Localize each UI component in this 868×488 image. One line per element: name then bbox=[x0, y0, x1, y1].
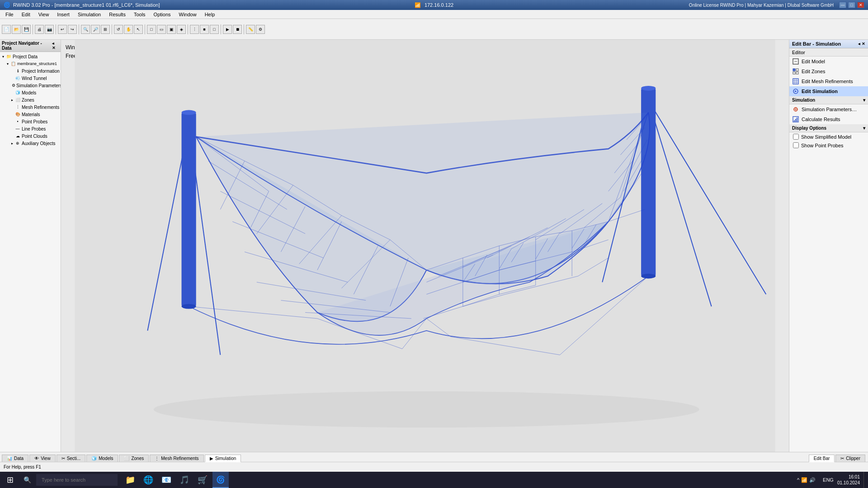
show-point-probes-checkbox[interactable] bbox=[793, 142, 799, 148]
tree-materials[interactable]: ▸ 🎨 Materials bbox=[0, 111, 61, 118]
tab-view[interactable]: 👁 View bbox=[29, 455, 56, 462]
tab-data-icon: 📊 bbox=[7, 456, 12, 461]
toolbar-undo[interactable]: ↩ bbox=[58, 25, 67, 34]
tree-sim-params[interactable]: ▸ ⚙ Simulation Parameters bbox=[0, 82, 61, 89]
simulation-collapse-icon[interactable]: ▾ bbox=[863, 98, 865, 103]
toolbar-iso[interactable]: ◈ bbox=[177, 25, 186, 34]
tree-project-info[interactable]: ▸ ℹ Project Information bbox=[0, 67, 61, 75]
taskbar-rwind[interactable]: 🌀 bbox=[212, 472, 229, 488]
tree-zones[interactable]: ▸ ⬜ Zones bbox=[0, 96, 61, 103]
taskbar-media[interactable]: 🎵 bbox=[176, 472, 193, 488]
taskbar-edge[interactable]: 🌐 bbox=[140, 472, 156, 488]
toolbar-wire[interactable]: □ bbox=[210, 25, 219, 34]
tab-models-label: Models bbox=[99, 456, 113, 461]
maximize-button[interactable]: □ bbox=[848, 2, 855, 8]
taskbar-store[interactable]: 🛒 bbox=[194, 472, 211, 488]
show-point-probes-item[interactable]: Show Point Probes bbox=[789, 141, 868, 150]
tab-simulation[interactable]: ▶ Simulation bbox=[205, 455, 241, 462]
svg-rect-95 bbox=[796, 69, 798, 71]
menu-tools[interactable]: Tools bbox=[130, 11, 149, 18]
menu-file[interactable]: File bbox=[2, 11, 17, 18]
toolbar-fit[interactable]: ⊞ bbox=[101, 25, 110, 34]
toolbar-play[interactable]: ▶ bbox=[223, 25, 232, 34]
toolbar-redo[interactable]: ↪ bbox=[68, 25, 77, 34]
tree-models[interactable]: ▸ 🧊 Models bbox=[0, 89, 61, 96]
edit-model-item[interactable]: Edit Model bbox=[789, 56, 868, 66]
toolbar-select[interactable]: ↖ bbox=[134, 25, 143, 34]
taskbar-mail[interactable]: 📧 bbox=[158, 472, 175, 488]
tab-section[interactable]: ✂ Secti... bbox=[57, 455, 86, 462]
minimize-button[interactable]: — bbox=[839, 2, 846, 8]
menu-simulation[interactable]: Simulation bbox=[74, 11, 104, 18]
tab-zones[interactable]: ⬜ Zones bbox=[119, 455, 149, 462]
tree-membrane[interactable]: ▾ 📋 membrane_structure1 bbox=[0, 60, 61, 67]
toolbar-measure[interactable]: 📏 bbox=[246, 25, 255, 34]
toolbar-new[interactable]: 📄 bbox=[2, 25, 11, 34]
edit-mesh-item[interactable]: Edit Mesh Refinements bbox=[789, 76, 868, 86]
sim-params-item[interactable]: Simulation Parameters… bbox=[789, 104, 868, 114]
toolbar-settings[interactable]: ⚙ bbox=[256, 25, 265, 34]
toolbar-print[interactable]: 🖨 bbox=[35, 25, 44, 34]
toolbar-pan[interactable]: ✋ bbox=[124, 25, 133, 34]
toolbar-zoom-in[interactable]: 🔍 bbox=[81, 25, 90, 34]
toolbar-front[interactable]: □ bbox=[147, 25, 156, 34]
toolbar-side[interactable]: ▭ bbox=[157, 25, 166, 34]
svg-point-3 bbox=[182, 110, 196, 115]
viewport[interactable]: Wind Tunnel Dimensions: Dx = 80.553 m, D… bbox=[61, 40, 789, 452]
statusbar: For Help, press F1 bbox=[0, 462, 868, 472]
tree-point-clouds[interactable]: ▸ ☁ Point Clouds bbox=[0, 132, 61, 140]
svg-rect-97 bbox=[796, 72, 798, 74]
titlebar-title: RWIND 3.02 Pro - [membrane_structure1 01… bbox=[13, 2, 160, 8]
toolbar-stop[interactable]: ⏹ bbox=[233, 25, 242, 34]
clock[interactable]: 16:01 01.10.2024 bbox=[837, 474, 860, 486]
start-button[interactable]: ⊞ bbox=[2, 472, 18, 488]
tab-models[interactable]: 🧊 Models bbox=[86, 455, 118, 462]
tree-mesh[interactable]: ▸ ⋮ Mesh Refinements bbox=[0, 103, 61, 111]
toolbar-sep6 bbox=[188, 24, 188, 34]
calc-results-item[interactable]: Calculate Results bbox=[789, 114, 868, 124]
close-button[interactable]: ✕ bbox=[857, 2, 864, 8]
expand-zones[interactable]: ▸ bbox=[10, 98, 14, 102]
toolbar-mesh[interactable]: ⋮ bbox=[190, 25, 199, 34]
tree-project-data[interactable]: ▾ 📁 Project Data bbox=[0, 53, 61, 60]
tab-data[interactable]: 📊 Data bbox=[2, 455, 28, 462]
right-panel-header: Edit Bar - Simulation ◂ ✕ bbox=[789, 40, 868, 48]
tree-wind-tunnel[interactable]: ▸ 💨 Wind Tunnel bbox=[0, 75, 61, 82]
edit-model-icon bbox=[792, 58, 799, 65]
menu-view[interactable]: View bbox=[35, 11, 53, 18]
menu-edit[interactable]: Edit bbox=[18, 11, 34, 18]
edit-zones-item[interactable]: Edit Zones bbox=[789, 66, 868, 76]
toolbar-screenshot[interactable]: 📷 bbox=[45, 25, 54, 34]
tab-clipper-icon: ✂ bbox=[840, 456, 844, 461]
taskbar-explorer[interactable]: 📁 bbox=[122, 472, 138, 488]
expand-membrane[interactable]: ▾ bbox=[5, 61, 10, 66]
system-tray-icons[interactable]: ^ 📶 🔊 bbox=[793, 472, 819, 488]
tab-edit-bar[interactable]: Edit Bar bbox=[809, 455, 835, 462]
toolbar-zoom-out[interactable]: 🔎 bbox=[91, 25, 100, 34]
tab-clipper[interactable]: ✂ Clipper bbox=[835, 455, 865, 462]
show-simplified-model-item[interactable]: Show Simplified Model bbox=[789, 132, 868, 141]
edit-simulation-item[interactable]: Edit Simulation bbox=[789, 86, 868, 96]
toolbar-save[interactable]: 💾 bbox=[22, 25, 31, 34]
toolbar-rotate[interactable]: ↺ bbox=[114, 25, 123, 34]
display-collapse-icon[interactable]: ▾ bbox=[863, 126, 865, 131]
toolbar-top[interactable]: ▣ bbox=[167, 25, 176, 34]
taskbar-search-input[interactable] bbox=[36, 474, 118, 486]
menu-results[interactable]: Results bbox=[105, 11, 129, 18]
search-button[interactable]: 🔍 bbox=[19, 472, 35, 488]
expand-project[interactable]: ▾ bbox=[1, 54, 5, 59]
menu-insert[interactable]: Insert bbox=[53, 11, 73, 18]
tree-line-probes[interactable]: ▸ — Line Probes bbox=[0, 125, 61, 132]
expand-aux[interactable]: ▸ bbox=[10, 141, 14, 145]
tree-aux-objects[interactable]: ▸ ⊕ Auxiliary Objects bbox=[0, 140, 61, 147]
nav-controls: ◂ ✕ bbox=[52, 41, 59, 50]
toolbar-open[interactable]: 📂 bbox=[12, 25, 21, 34]
menu-window[interactable]: Window bbox=[175, 11, 200, 18]
tree-point-probes[interactable]: ▸ • Point Probes bbox=[0, 118, 61, 125]
menu-options[interactable]: Options bbox=[150, 11, 175, 18]
toolbar-solid[interactable]: ■ bbox=[200, 25, 209, 34]
show-desktop-btn[interactable] bbox=[863, 472, 866, 488]
tab-mesh-refinements[interactable]: ⋮ Mesh Refinements bbox=[150, 455, 203, 462]
menu-help[interactable]: Help bbox=[201, 11, 219, 18]
show-simplified-model-checkbox[interactable] bbox=[793, 134, 799, 140]
